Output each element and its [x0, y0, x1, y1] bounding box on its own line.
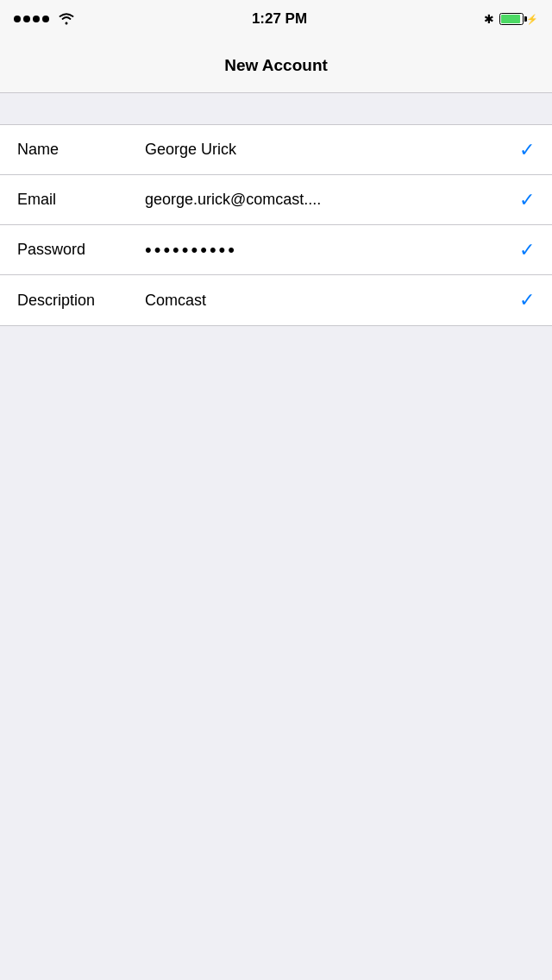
email-row[interactable]: Email george.urick@comcast.... ✓	[0, 175, 552, 225]
description-value[interactable]: Comcast	[138, 292, 519, 310]
name-label: Name	[17, 141, 138, 159]
bluetooth-icon: ✱	[484, 12, 494, 26]
signal-dot-4	[42, 16, 49, 22]
signal-dot-2	[23, 16, 30, 22]
signal-dot-3	[33, 16, 40, 22]
signal-strength	[14, 16, 49, 22]
description-row[interactable]: Description Comcast ✓	[0, 275, 552, 325]
battery-container: ⚡	[499, 13, 538, 25]
password-row[interactable]: Password •••••••••• ✓	[0, 225, 552, 275]
name-value[interactable]: George Urick	[138, 141, 519, 159]
status-time: 1:27 PM	[252, 10, 307, 28]
description-label: Description	[17, 292, 138, 310]
account-form: Name George Urick ✓ Email george.urick@c…	[0, 124, 552, 326]
password-check-icon: ✓	[519, 239, 535, 261]
wifi-icon	[58, 13, 75, 25]
email-check-icon: ✓	[519, 189, 535, 211]
email-value[interactable]: george.urick@comcast....	[138, 191, 519, 209]
description-check-icon: ✓	[519, 289, 535, 311]
name-row[interactable]: Name George Urick ✓	[0, 125, 552, 175]
password-label: Password	[17, 241, 138, 259]
bottom-area	[0, 326, 552, 980]
section-spacer-top	[0, 93, 552, 124]
battery-icon	[499, 13, 524, 25]
charging-icon: ⚡	[526, 14, 538, 25]
name-check-icon: ✓	[519, 139, 535, 161]
status-right: ✱ ⚡	[484, 12, 538, 26]
page-title: New Account	[224, 56, 328, 75]
signal-dot-1	[14, 16, 21, 22]
email-label: Email	[17, 191, 138, 209]
status-left	[14, 13, 75, 25]
status-bar: 1:27 PM ✱ ⚡	[0, 0, 552, 38]
battery-fill	[501, 15, 520, 23]
nav-bar: New Account	[0, 38, 552, 93]
password-value[interactable]: ••••••••••	[138, 239, 519, 261]
